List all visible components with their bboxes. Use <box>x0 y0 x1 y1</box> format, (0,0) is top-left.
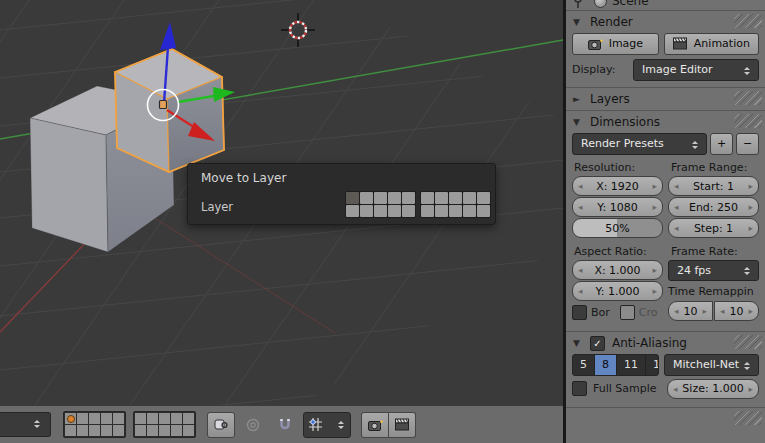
proportional-edit-button[interactable] <box>239 412 267 438</box>
breadcrumb-scene[interactable]: Scene <box>612 0 649 8</box>
layer-button[interactable] <box>402 205 415 217</box>
panel-header-render[interactable]: ▼ Render <box>566 11 765 33</box>
layer-button[interactable] <box>346 192 359 204</box>
panel-drag-stripes-icon <box>734 14 762 28</box>
render-image-button[interactable]: Image <box>572 33 659 55</box>
layer-button[interactable] <box>477 192 490 204</box>
layer-button[interactable] <box>421 192 434 204</box>
snap-element-dropdown[interactable] <box>303 412 351 438</box>
layer-button[interactable] <box>388 192 401 204</box>
render-animation-button[interactable] <box>389 412 416 438</box>
layer-button[interactable] <box>402 192 415 204</box>
scene-lock-button[interactable] <box>207 412 235 438</box>
panel-drag-stripes-icon <box>734 114 762 128</box>
aa-sample-16[interactable]: 16 <box>646 355 659 375</box>
field-value: 10 <box>684 305 698 318</box>
layer-toggle[interactable] <box>101 413 112 424</box>
clapperboard-icon <box>673 37 688 50</box>
layer-button[interactable] <box>477 205 490 217</box>
minus-icon: − <box>743 137 752 150</box>
border-checkbox[interactable] <box>572 305 587 320</box>
frame-start-field[interactable]: Start: 1 <box>668 176 759 196</box>
aa-sample-11[interactable]: 11 <box>617 355 646 375</box>
layer-toggle[interactable] <box>171 413 182 424</box>
panel-header-next-clipped[interactable] <box>566 408 765 430</box>
panel-header-dimensions[interactable]: ▼ Dimensions <box>566 111 765 133</box>
layer-button[interactable] <box>360 192 373 204</box>
layer-toggle[interactable] <box>89 425 100 436</box>
layer-button[interactable] <box>449 192 462 204</box>
layer-button[interactable] <box>374 205 387 217</box>
frame-step-field[interactable]: Step: 1 <box>668 218 759 238</box>
updown-arrows-icon <box>744 359 752 373</box>
aspect-x-field[interactable]: X: 1.000 <box>572 260 663 280</box>
aa-sample-8[interactable]: 8 <box>595 355 617 375</box>
render-presets-dropdown[interactable]: Render Presets <box>572 133 707 155</box>
layer-button[interactable] <box>421 205 434 217</box>
remap-old-field[interactable]: 10 <box>668 301 713 321</box>
layer-grid-left <box>345 191 416 218</box>
layer-toggle[interactable] <box>135 413 146 424</box>
layer-button[interactable] <box>360 205 373 217</box>
layer-toggle[interactable] <box>89 413 100 424</box>
layer-button[interactable] <box>374 192 387 204</box>
resolution-x-field[interactable]: X: 1920 <box>572 176 663 196</box>
frame-rate-dropdown[interactable]: 24 fps <box>668 260 759 281</box>
layer-toggle[interactable] <box>77 413 88 424</box>
layer-toggle[interactable] <box>65 413 76 424</box>
layer-button[interactable] <box>463 192 476 204</box>
crop-checkbox[interactable] <box>620 305 635 320</box>
pin-icon[interactable] <box>572 0 584 9</box>
circle-icon <box>246 418 260 432</box>
magnet-icon <box>278 418 292 432</box>
cursor-3d <box>281 13 315 47</box>
layer-toggle[interactable] <box>101 425 112 436</box>
layer-toggle[interactable] <box>183 413 194 424</box>
layer-toggle[interactable] <box>159 413 170 424</box>
layer-toggle[interactable] <box>147 425 158 436</box>
viewport-3d[interactable]: Move to Layer Layer <box>0 0 563 443</box>
layer-toggle[interactable] <box>147 413 158 424</box>
toolbar-layer-grid-right <box>133 411 196 438</box>
layer-toggle[interactable] <box>159 425 170 436</box>
layer-button[interactable] <box>388 205 401 217</box>
layer-button[interactable] <box>435 192 448 204</box>
layer-button[interactable] <box>346 205 359 217</box>
field-value: End: 250 <box>689 201 738 214</box>
panel-title: Layers <box>590 92 630 106</box>
render-still-button[interactable] <box>361 412 389 438</box>
layer-button[interactable] <box>449 205 462 217</box>
snap-toggle-button[interactable] <box>271 412 299 438</box>
add-preset-button[interactable]: + <box>710 133 733 155</box>
layer-toggle[interactable] <box>135 425 146 436</box>
layer-toggle[interactable] <box>65 425 76 436</box>
mode-dropdown[interactable] <box>0 412 51 437</box>
resolution-y-field[interactable]: Y: 1080 <box>572 197 663 217</box>
render-animation-button-panel[interactable]: Animation <box>664 33 759 55</box>
panel-header-layers[interactable]: ► Layers <box>566 88 765 110</box>
display-dropdown[interactable]: Image Editor <box>633 59 759 81</box>
layer-toggle[interactable] <box>113 413 124 424</box>
remove-preset-button[interactable]: − <box>736 133 759 155</box>
layer-toggle[interactable] <box>171 425 182 436</box>
full-sample-checkbox[interactable] <box>572 381 587 396</box>
layer-grid-right <box>420 191 491 218</box>
aa-sample-5[interactable]: 5 <box>573 355 595 375</box>
layer-toggle[interactable] <box>183 425 194 436</box>
layer-toggle[interactable] <box>77 425 88 436</box>
remap-new-field[interactable]: 10 <box>714 301 759 321</box>
layer-toggle[interactable] <box>113 425 124 436</box>
toolbar-layer-grid-left <box>63 411 126 438</box>
aa-filter-dropdown[interactable]: Mitchell-Net <box>664 354 759 376</box>
aspect-y-field[interactable]: Y: 1.000 <box>572 281 663 301</box>
aa-size-field[interactable]: Size: 1.000 <box>667 379 759 399</box>
updown-arrows-icon <box>744 264 752 278</box>
checkbox-label: Cro <box>639 306 658 319</box>
antialiasing-checkbox[interactable]: ✓ <box>590 336 605 351</box>
resolution-percentage-slider[interactable]: 50% <box>572 218 663 238</box>
layer-button[interactable] <box>435 205 448 217</box>
panel-header-antialiasing[interactable]: ▼ ✓ Anti-Aliasing <box>566 332 765 354</box>
move-to-layer-popup: Move to Layer Layer <box>187 163 496 225</box>
frame-end-field[interactable]: End: 250 <box>668 197 759 217</box>
layer-button[interactable] <box>463 205 476 217</box>
